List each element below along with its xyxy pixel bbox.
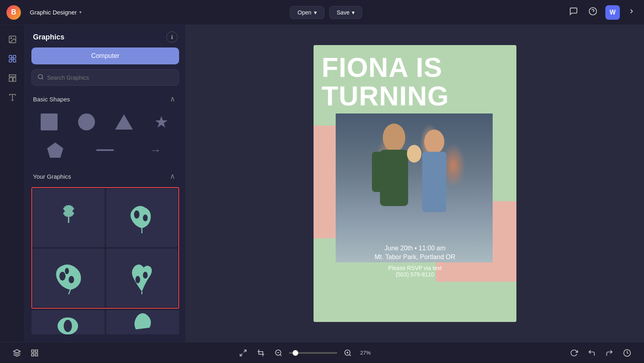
info-icon[interactable]: ℹ [166, 31, 178, 43]
expand-icon-button[interactable] [625, 5, 638, 19]
shape-circle[interactable] [70, 110, 102, 134]
app-logo[interactable]: B [6, 5, 21, 20]
graphic-item-3[interactable] [33, 249, 105, 307]
your-graphics-collapse[interactable]: ∧ [167, 171, 178, 182]
svg-rect-49 [259, 351, 263, 354]
your-graphics-header: Your Graphics ∧ [31, 171, 179, 182]
svg-point-41 [407, 145, 421, 163]
search-bar[interactable] [31, 69, 179, 86]
open-chevron: ▾ [314, 9, 317, 16]
svg-point-31 [135, 276, 140, 283]
search-icon [37, 74, 44, 81]
history-button[interactable] [620, 346, 634, 359]
title-line1: FIONA IS [322, 52, 442, 82]
card-date: June 20th • 11:00 am [314, 245, 516, 252]
grid-button[interactable] [27, 346, 42, 359]
refresh-button[interactable] [567, 346, 581, 359]
topbar: B Graphic Designer ▾ Open ▾ Save ▾ W [0, 0, 644, 25]
card-photo [336, 113, 493, 262]
your-graphics-title: Your Graphics [33, 173, 71, 180]
topbar-center: Open ▾ Save ▾ [91, 6, 562, 19]
graphic-item-6[interactable] [106, 310, 180, 334]
svg-rect-46 [35, 353, 38, 356]
svg-rect-23 [68, 211, 69, 223]
canvas-area: FIONA IS TURNING [186, 25, 644, 342]
message-icon-button[interactable] [567, 4, 580, 20]
bottom-toolbar: 27% [0, 342, 644, 363]
icon-bar-graphics[interactable] [4, 51, 21, 67]
save-button[interactable]: Save ▾ [329, 6, 363, 19]
help-icon-button[interactable] [586, 4, 600, 20]
left-panel: Graphics ℹ Computer Basic Shapes ∧ [25, 25, 186, 342]
fit-screen-button[interactable] [236, 346, 250, 359]
icon-bar-images[interactable] [4, 31, 21, 47]
graphic-item-1[interactable] [33, 189, 105, 247]
computer-button[interactable]: Computer [31, 47, 179, 64]
crop-button[interactable] [254, 346, 268, 359]
card-title-area: FIONA IS TURNING [322, 53, 508, 111]
svg-point-24 [134, 210, 140, 219]
card-location: Mt. Tabor Park, Portland OR [314, 254, 516, 261]
open-button[interactable]: Open ▾ [290, 6, 324, 19]
redo-button[interactable] [602, 346, 617, 359]
zoom-out-button[interactable] [271, 346, 286, 359]
svg-point-3 [10, 37, 12, 39]
svg-point-29 [65, 268, 69, 274]
main-area: Graphics ℹ Computer Basic Shapes ∧ [0, 25, 644, 342]
svg-line-51 [280, 354, 282, 356]
avatar[interactable]: W [605, 5, 620, 20]
search-input[interactable] [47, 74, 173, 81]
shape-triangle[interactable] [108, 110, 140, 134]
basic-shapes-grid: ★ [31, 110, 179, 134]
svg-rect-5 [9, 56, 11, 58]
svg-line-47 [244, 350, 246, 352]
svg-rect-7 [13, 60, 15, 62]
shapes-row2: → [31, 138, 179, 162]
open-label: Open [297, 9, 311, 16]
basic-shapes-title: Basic Shapes [33, 96, 70, 103]
shape-star[interactable]: ★ [146, 110, 178, 134]
zoom-slider[interactable] [289, 352, 337, 354]
zoom-in-button[interactable] [341, 346, 355, 359]
icon-bar [0, 25, 25, 342]
bottom-center: 27% [236, 346, 373, 359]
svg-line-48 [240, 353, 243, 356]
title-line2: TURNING [322, 80, 449, 111]
save-chevron: ▾ [352, 9, 355, 16]
card-title: FIONA IS TURNING [322, 53, 508, 111]
svg-point-32 [143, 272, 148, 278]
svg-line-30 [69, 290, 70, 294]
svg-rect-45 [32, 353, 34, 356]
layers-button[interactable] [10, 346, 24, 359]
svg-point-35 [64, 320, 72, 332]
graphic-item-5[interactable] [31, 310, 105, 334]
app-title-chevron: ▾ [79, 10, 82, 15]
svg-marker-42 [14, 349, 21, 353]
save-label: Save [337, 9, 350, 16]
panel-header: Graphics ℹ [25, 25, 186, 47]
zoom-slider-wrap [289, 352, 337, 354]
basic-shapes-collapse[interactable]: ∧ [167, 94, 178, 104]
shape-square[interactable] [33, 110, 65, 134]
design-card[interactable]: FIONA IS TURNING [314, 45, 516, 322]
svg-point-28 [69, 276, 74, 283]
app-title-label: Graphic Designer [30, 9, 77, 16]
svg-rect-44 [35, 350, 38, 352]
svg-point-36 [383, 124, 405, 152]
app-title-button[interactable]: Graphic Designer ▾ [26, 6, 86, 18]
zoom-percentage: 27% [358, 350, 373, 356]
panel-title: Graphics [33, 33, 64, 41]
graphic-item-2[interactable] [106, 189, 178, 247]
svg-line-15 [42, 78, 43, 79]
icon-bar-layout[interactable] [4, 70, 21, 86]
svg-rect-40 [422, 152, 446, 212]
svg-point-14 [38, 74, 43, 79]
shape-arrow[interactable]: → [133, 138, 178, 162]
shape-line[interactable] [83, 138, 127, 162]
shape-pentagon[interactable] [33, 138, 77, 162]
graphic-item-4[interactable] [106, 249, 178, 307]
canvas-wrapper: FIONA IS TURNING [314, 45, 516, 322]
icon-bar-text[interactable] [4, 89, 21, 105]
undo-button[interactable] [584, 346, 599, 359]
bottom-right [567, 346, 634, 359]
